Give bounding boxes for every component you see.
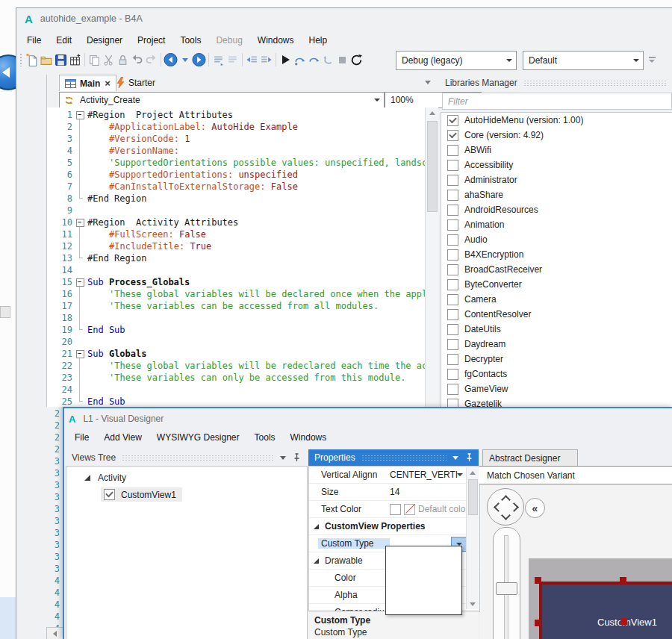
property-row-customview-properties[interactable]: CustomView Properties <box>309 518 479 535</box>
code-line-20[interactable]: 20 <box>47 336 438 348</box>
code-line-19[interactable]: 19End Sub <box>47 324 438 336</box>
code-line-2[interactable]: 2#ApplicationLabel: AutoHide Example <box>47 121 438 133</box>
custom-type-dropdown-popup[interactable] <box>385 546 462 615</box>
expander-icon[interactable] <box>314 524 319 529</box>
redo-icon[interactable] <box>144 52 158 67</box>
code-line-18[interactable]: 18 <box>47 312 438 324</box>
checkbox-icon[interactable] <box>447 205 458 216</box>
library-item-audio[interactable]: Audio <box>441 232 672 247</box>
customview1-view[interactable] <box>539 582 672 639</box>
stop-icon[interactable] <box>335 52 349 67</box>
library-item-daydream[interactable]: Daydream <box>441 337 672 352</box>
menu-tools[interactable]: Tools <box>172 33 208 48</box>
resize-handle[interactable] <box>535 577 541 584</box>
open-folder-icon[interactable] <box>40 52 54 67</box>
build-module-icon[interactable] <box>68 52 82 67</box>
code-line-6[interactable]: 6#SupportedOrientations: unspecified <box>47 169 438 181</box>
step-out-icon[interactable] <box>321 52 335 67</box>
resize-handle[interactable] <box>535 620 541 626</box>
chevron-down-icon[interactable] <box>457 473 463 476</box>
menu-tools[interactable]: Tools <box>247 430 283 445</box>
library-item-broadcastreceiver[interactable]: BroadCastReceiver <box>441 262 672 277</box>
property-row-text-color[interactable]: Text ColorDefault colo <box>309 501 479 518</box>
checkbox-icon[interactable] <box>447 369 458 380</box>
match-chosen-variant-select[interactable]: Match Chosen Variant <box>479 466 672 484</box>
arrow-right-icon[interactable] <box>509 502 519 512</box>
editor-vertical-scrollbar[interactable] <box>425 107 438 407</box>
library-item-administrator[interactable]: Administrator <box>441 172 672 187</box>
properties-scrollbar[interactable] <box>466 467 479 609</box>
checkbox-icon[interactable] <box>447 309 458 320</box>
lock-icon[interactable] <box>116 52 130 67</box>
library-item-core[interactable]: Core (version: 4.92) <box>441 128 672 143</box>
tree-node-customview1[interactable]: CustomView1 <box>101 487 182 502</box>
toolbar-overflow-button[interactable] <box>647 55 657 66</box>
library-item-animation[interactable]: Animation <box>441 217 672 232</box>
checkbox-icon[interactable] <box>447 175 458 186</box>
chevron-down-icon[interactable] <box>452 456 458 460</box>
step-over-icon[interactable] <box>307 52 321 67</box>
restart-icon[interactable] <box>349 52 364 67</box>
new-file-icon[interactable]: * <box>25 52 40 67</box>
library-item-gameview[interactable]: GameView <box>441 381 672 396</box>
code-line-12[interactable]: 12#IncludeTitle: True <box>47 240 438 252</box>
tree-node-activity[interactable]: Activity <box>77 473 126 483</box>
library-item-abwifi[interactable]: ABWifi <box>441 143 672 158</box>
code-line-8[interactable]: 8#End Region <box>47 193 438 205</box>
default-color-icon[interactable] <box>404 504 415 515</box>
nav-caret-icon[interactable] <box>178 52 192 67</box>
code-line-3[interactable]: 3#VersionCode: 1 <box>47 133 438 145</box>
chevron-down-icon[interactable] <box>280 456 286 460</box>
uncomment-icon[interactable] <box>225 52 240 67</box>
code-line-11[interactable]: 11#FullScreen: False <box>47 228 438 240</box>
menu-edit[interactable]: Edit <box>49 33 79 48</box>
property-row-size[interactable]: Size14 <box>309 484 479 501</box>
code-line-4[interactable]: 4#VersionName: <box>47 145 438 157</box>
step-into-icon[interactable] <box>293 52 307 67</box>
checkbox-checked-icon[interactable] <box>447 115 458 126</box>
code-line-16[interactable]: 16'These global variables will be declar… <box>47 288 438 300</box>
checkbox-icon[interactable] <box>447 219 458 231</box>
tab-starter[interactable]: Starter <box>111 75 161 90</box>
library-item-byteconverter[interactable]: ByteConverter <box>441 277 672 292</box>
checkbox-checked-icon[interactable] <box>104 489 115 500</box>
menu-designer[interactable]: Designer <box>79 33 130 48</box>
checkbox-icon[interactable] <box>447 339 458 350</box>
resize-handle[interactable] <box>620 577 626 584</box>
arrow-left-icon[interactable] <box>494 502 503 512</box>
code-line-10[interactable]: 10#Region Activity Attributes <box>47 216 438 228</box>
library-item-dateutils[interactable]: DateUtils <box>441 322 672 337</box>
code-line-7[interactable]: 7#CanInstallToExternalStorage: False <box>47 181 438 193</box>
fold-collapse-icon[interactable] <box>76 219 84 227</box>
checkbox-checked-icon[interactable] <box>447 130 458 141</box>
library-item-decrypter[interactable]: Decrypter <box>441 352 672 367</box>
fold-collapse-icon[interactable] <box>76 111 84 119</box>
library-item-camera[interactable]: Camera <box>441 292 672 307</box>
library-item-ahashare[interactable]: ahaShare <box>441 187 672 202</box>
nav-back-icon[interactable] <box>164 52 178 67</box>
code-line-25[interactable]: 25End Sub <box>47 396 438 407</box>
arrow-up-icon[interactable] <box>501 495 511 505</box>
arrow-down-icon[interactable] <box>501 511 511 520</box>
save-icon[interactable] <box>54 52 68 67</box>
expander-icon[interactable] <box>314 558 319 564</box>
code-line-22[interactable]: 22'These global variables will be redecl… <box>47 360 438 372</box>
run-icon[interactable] <box>279 52 293 67</box>
menu-windows[interactable]: Windows <box>283 430 335 445</box>
build-config-select[interactable]: Debug (legacy) <box>396 51 517 70</box>
checkbox-icon[interactable] <box>447 249 458 261</box>
code-line-24[interactable]: 24 <box>47 384 438 396</box>
slider-handle[interactable] <box>496 582 517 595</box>
fold-collapse-icon[interactable] <box>76 350 84 358</box>
library-item-b4xencryption[interactable]: B4XEncryption <box>441 247 672 262</box>
code-line-17[interactable]: 17'These variables can be accessed from … <box>47 300 438 312</box>
nav-forward-icon[interactable] <box>192 52 206 67</box>
cut-icon[interactable] <box>102 52 116 67</box>
code-editor[interactable]: 1#Region Project Attributes2#Application… <box>46 107 438 407</box>
menu-project[interactable]: Project <box>130 33 172 48</box>
checkbox-icon[interactable] <box>447 354 458 365</box>
outdent-icon[interactable] <box>245 52 259 67</box>
menu-file[interactable]: File <box>67 430 96 445</box>
nudge-dpad-control[interactable] <box>487 488 524 526</box>
checkbox-icon[interactable] <box>447 190 458 201</box>
